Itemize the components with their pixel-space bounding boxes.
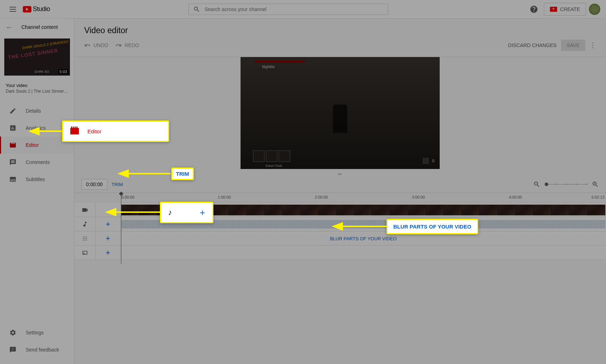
audio-track-content[interactable] <box>121 217 606 231</box>
nav-subtitles[interactable]: Subtitles <box>0 171 74 188</box>
svg-point-3 <box>83 238 84 239</box>
nav-list: Details Analytics Editor Comments Subtit… <box>0 102 74 188</box>
nav-feedback[interactable]: Send feedback <box>0 341 74 358</box>
endscreen-add[interactable]: + <box>96 246 121 260</box>
svg-point-8 <box>86 240 87 240</box>
save-button[interactable]: SAVE <box>561 40 585 51</box>
nav-editor[interactable]: Editor <box>0 137 74 154</box>
create-icon <box>550 7 557 12</box>
avatar[interactable] <box>589 4 600 15</box>
nav-settings[interactable]: Settings <box>0 324 74 341</box>
svg-point-2 <box>86 236 87 237</box>
search-box[interactable] <box>188 4 388 15</box>
back-row[interactable]: ← Channel content <box>0 19 74 36</box>
help-button[interactable] <box>527 2 541 16</box>
discard-button[interactable]: DISCARD CHANGES <box>508 42 557 48</box>
logo-text: Studio <box>33 5 50 13</box>
thumb-text-1: DARK SOULS 2 STRATEGY <box>22 40 69 50</box>
svg-point-4 <box>84 238 85 239</box>
svg-point-7 <box>84 240 85 240</box>
app-header: Studio CREATE <box>0 0 606 19</box>
video-preview[interactable]: Nightlite Estus Flask 0 <box>241 57 440 169</box>
zoom-controls <box>533 181 599 188</box>
video-track-icon <box>74 203 96 217</box>
blur-add[interactable]: + <box>96 231 121 245</box>
ruler-mark: 4:00:00 <box>509 195 522 199</box>
audio-track-icon <box>74 217 96 231</box>
video-track <box>74 203 606 217</box>
menu-button[interactable] <box>6 2 20 16</box>
gear-icon <box>9 328 17 337</box>
sidebar: ← Channel content DARK SOULS 2 STRATEGY … <box>0 19 74 364</box>
your-video-label: Your video <box>6 83 68 88</box>
redo-icon <box>115 42 122 48</box>
undo-icon <box>84 42 91 48</box>
blur-track: + BLUR PARTS OF YOUR VIDEO <box>74 231 606 246</box>
zoom-slider[interactable] <box>545 184 587 185</box>
nav-label: Subtitles <box>26 176 45 182</box>
main-content: Video editor UNDO REDO DISCARD CHANGES S… <box>74 19 606 364</box>
zoom-in-icon[interactable] <box>592 181 599 188</box>
analytics-icon <box>9 124 17 132</box>
audio-track: + <box>74 217 606 231</box>
endscreen-track: + <box>74 246 606 260</box>
trim-button[interactable]: TRIM <box>112 182 123 187</box>
hud-slots <box>253 150 290 162</box>
create-button[interactable]: CREATE <box>544 3 586 16</box>
svg-point-5 <box>86 238 87 239</box>
video-track-content[interactable] <box>121 203 606 217</box>
nav-details[interactable]: Details <box>0 102 74 119</box>
comments-icon <box>9 158 17 166</box>
hud-healthbar <box>255 61 305 63</box>
thumb-text-3: DARK SO <box>35 70 49 73</box>
timeline-ruler[interactable]: 0:00:00 1:00:00 2:00:00 3:00:00 4:00:00 … <box>121 193 606 203</box>
svg-point-1 <box>84 236 85 237</box>
video-track-spacer <box>96 203 121 217</box>
audio-add[interactable]: + <box>96 217 121 231</box>
redo-button[interactable]: REDO <box>115 42 139 48</box>
blur-track-icon <box>74 231 96 245</box>
ruler-mark: 3:00:00 <box>412 195 425 199</box>
channel-content-label: Channel content <box>21 24 58 30</box>
plus-icon: + <box>106 220 110 229</box>
endscreen-track-content <box>121 246 606 260</box>
ruler-mark: 1:00:00 <box>218 195 231 199</box>
editor-icon <box>9 141 17 149</box>
plus-icon: + <box>106 234 110 243</box>
undo-button[interactable]: UNDO <box>84 42 108 48</box>
time-input[interactable]: 0:00:00 <box>81 179 107 190</box>
search-input[interactable] <box>204 6 384 12</box>
editor-toolbar: UNDO REDO DISCARD CHANGES SAVE ⋮ <box>74 40 606 57</box>
sidebar-bottom: Settings Send feedback <box>0 324 74 364</box>
drag-handle[interactable]: ═ <box>74 169 606 179</box>
nav-label: Analytics <box>26 125 46 131</box>
ruler-mark: 2:00:00 <box>315 195 328 199</box>
nav-analytics[interactable]: Analytics <box>0 119 74 137</box>
playhead[interactable] <box>121 193 121 264</box>
undo-label: UNDO <box>94 42 108 48</box>
youtube-icon <box>23 6 31 12</box>
back-arrow-icon: ← <box>6 23 13 31</box>
feedback-icon <box>9 345 17 354</box>
plus-icon: + <box>106 248 110 257</box>
thumb-text-2: THE LOST SINNER <box>8 47 59 60</box>
blur-link[interactable]: BLUR PARTS OF YOUR VIDEO <box>330 236 397 241</box>
toolbar-right: DISCARD CHANGES SAVE ⋮ <box>508 40 596 51</box>
zoom-out-icon[interactable] <box>533 181 540 188</box>
hud-count: 0 <box>432 159 434 163</box>
create-label: CREATE <box>560 6 580 12</box>
video-thumbnail-box: DARK SOULS 2 STRATEGY THE LOST SINNER DA… <box>4 39 70 76</box>
studio-logo[interactable]: Studio <box>23 5 50 13</box>
nav-label: Settings <box>26 330 44 335</box>
nav-label: Comments <box>26 159 50 165</box>
thumb-duration: 5:03 <box>58 69 69 74</box>
video-title: Dark Souls 2 | The Lost Sinner | 50% ... <box>6 89 68 94</box>
endscreen-track-icon <box>74 246 96 260</box>
nav-comments[interactable]: Comments <box>0 154 74 171</box>
timeline: 0:00:00 1:00:00 2:00:00 3:00:00 4:00:00 … <box>74 193 606 260</box>
more-button[interactable]: ⋮ <box>590 41 596 49</box>
controls-row: 0:00:00 TRIM <box>74 179 606 193</box>
video-thumbnail[interactable]: DARK SOULS 2 STRATEGY THE LOST SINNER DA… <box>4 39 70 76</box>
hud-name: Nightlite <box>262 65 275 69</box>
subtitles-icon <box>9 175 17 184</box>
